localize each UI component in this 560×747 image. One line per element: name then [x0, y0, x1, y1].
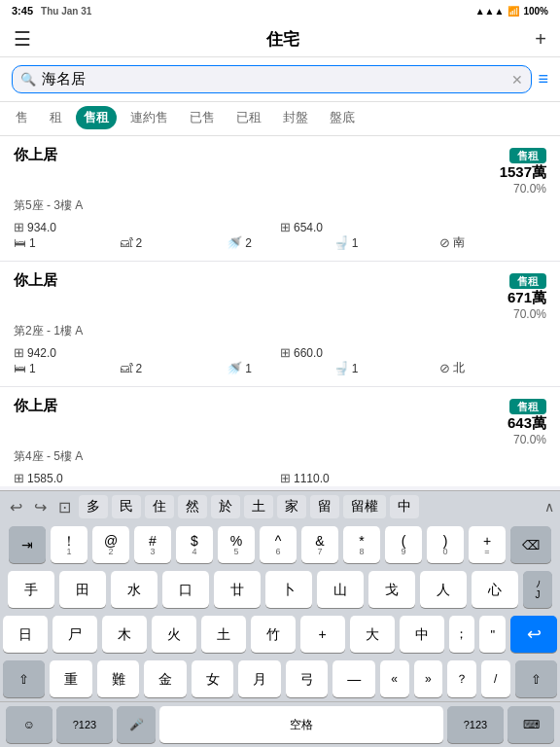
candidate-民[interactable]: 民: [112, 495, 141, 518]
kb-key-心[interactable]: 心: [472, 571, 518, 608]
candidate-多[interactable]: 多: [79, 495, 108, 518]
kb-key-semicolon[interactable]: ；: [449, 616, 475, 653]
kb-shift-key[interactable]: ⇧: [3, 660, 45, 697]
shift-right-icon: ⇧: [531, 672, 542, 687]
menu-button[interactable]: ☰: [14, 27, 31, 51]
kb-row1: 手 田 水 口 廿 卜 山 戈 人 心 ﾉJ: [0, 567, 560, 612]
kb-key-日[interactable]: 日: [3, 616, 48, 653]
undo-icon[interactable]: ↩: [6, 496, 26, 518]
kb-key-土[interactable]: 土: [201, 616, 246, 653]
status-icons: ▲▲▲ 📶 100%: [475, 6, 548, 17]
search-input-wrapper[interactable]: 🔍 ✕: [12, 65, 532, 93]
kb-key-中[interactable]: 中: [400, 616, 444, 653]
kb-key-right-j[interactable]: ﾉJ: [523, 571, 552, 608]
kb-key-卜[interactable]: 卜: [265, 571, 312, 608]
property-card[interactable]: 你上居 售租 643萬 70.0% 第4座 - 5樓 A ⊞ 1585.0 ⊞ …: [0, 387, 560, 486]
kb-key-山[interactable]: 山: [317, 571, 364, 608]
tab-sell[interactable]: 售: [8, 106, 36, 129]
kb-key-人[interactable]: 人: [420, 571, 467, 608]
kb-num-key2[interactable]: ?123: [447, 706, 504, 743]
filter-tabs: 售 租 售租 連約售 已售 已租 封盤 盤底: [0, 102, 560, 136]
kb-key-quote[interactable]: ": [479, 616, 506, 653]
redo-icon[interactable]: ↪: [30, 496, 51, 518]
kb-key-3[interactable]: # 3: [134, 526, 171, 563]
kb-key-2[interactable]: @ 2: [92, 526, 129, 563]
kb-key-水[interactable]: 水: [111, 571, 158, 608]
baths-value-0: 2: [245, 236, 252, 250]
kb-key-女[interactable]: 女: [192, 660, 233, 697]
kb-key-竹[interactable]: 竹: [251, 616, 296, 653]
kb-mic-key[interactable]: 🎤: [117, 706, 156, 743]
kb-key-木[interactable]: 木: [102, 616, 147, 653]
kb-key-4[interactable]: $ 4: [176, 526, 213, 563]
kb-key-dash[interactable]: —: [332, 660, 374, 697]
delete-icon: ⌫: [522, 538, 540, 552]
kb-key-月[interactable]: 月: [238, 660, 280, 697]
candidate-於[interactable]: 於: [211, 495, 240, 518]
kb-key-rquote[interactable]: »: [414, 660, 443, 697]
candidate-中[interactable]: 中: [390, 495, 419, 518]
candidate-留權[interactable]: 留權: [343, 495, 386, 518]
kb-key-tab[interactable]: ⇥: [9, 526, 46, 563]
candidate-家[interactable]: 家: [277, 495, 306, 518]
kb-key-8[interactable]: * 8: [343, 526, 380, 563]
kb-shift-right-key[interactable]: ⇧: [515, 660, 557, 697]
tab-sell-rent[interactable]: 售租: [76, 106, 117, 129]
tab-icon: ⇥: [21, 538, 33, 551]
tab-bottom[interactable]: 盤底: [322, 106, 363, 129]
candidate-然[interactable]: 然: [178, 495, 207, 518]
kb-key-1[interactable]: ！ 1: [51, 526, 88, 563]
add-button[interactable]: +: [535, 28, 546, 51]
tab-sealed[interactable]: 封盤: [275, 106, 316, 129]
property-card[interactable]: 你上居 售租 671萬 70.0% 第2座 - 1樓 A ⊞ 942.0 ⊞ 6…: [0, 262, 560, 387]
kb-key-廿[interactable]: 廿: [214, 571, 261, 608]
spec-direction-2: ⊘ 南: [439, 485, 546, 486]
tab-rent[interactable]: 租: [42, 106, 70, 129]
kb-enter-key[interactable]: ↩: [510, 616, 557, 653]
kb-key-lquote[interactable]: «: [380, 660, 409, 697]
kb-key-金[interactable]: 金: [144, 660, 186, 697]
kb-key-尸[interactable]: 尸: [52, 616, 97, 653]
kb-key-田[interactable]: 田: [59, 571, 106, 608]
kb-key-plus2[interactable]: +: [300, 616, 345, 653]
property-name-1: 你上居: [14, 271, 57, 290]
kb-keyboard-key[interactable]: ⌨: [508, 706, 554, 743]
search-input[interactable]: [42, 71, 506, 88]
beds-value-0: 1: [29, 236, 36, 250]
kb-key-火[interactable]: 火: [152, 616, 196, 653]
kb-key-slash[interactable]: /: [481, 660, 510, 697]
kb-key-0[interactable]: ) 0: [427, 526, 464, 563]
kb-key-口[interactable]: 口: [162, 571, 209, 608]
kb-key-6[interactable]: ^ 6: [260, 526, 297, 563]
kb-key-question[interactable]: ？: [447, 660, 476, 697]
kb-key-重[interactable]: 重: [50, 660, 91, 697]
kb-key-大[interactable]: 大: [350, 616, 395, 653]
candidate-住[interactable]: 住: [145, 495, 174, 518]
kb-key-plus[interactable]: + =: [469, 526, 506, 563]
kb-key-戈[interactable]: 戈: [368, 571, 415, 608]
kb-key-難[interactable]: 難: [97, 660, 139, 697]
kb-key-5[interactable]: % 5: [218, 526, 255, 563]
tab-sold[interactable]: 已售: [182, 106, 223, 129]
filter-icon[interactable]: ≡: [538, 69, 548, 89]
tab-rented[interactable]: 已租: [228, 106, 269, 129]
kb-space-key[interactable]: 空格: [159, 706, 443, 743]
kb-emoji-key[interactable]: ☺: [6, 706, 52, 743]
property-card[interactable]: 你上居 售租 1537萬 70.0% 第5座 - 3樓 A ⊞ 934.0 ⊞ …: [0, 136, 560, 262]
kb-key-9[interactable]: ( 9: [385, 526, 422, 563]
kb-key-弓[interactable]: 弓: [286, 660, 328, 697]
area1-value-0: 934.0: [27, 221, 56, 234]
spec-area2-2: ⊞ 1110.0: [280, 471, 546, 485]
kb-key-7[interactable]: & 7: [301, 526, 338, 563]
kb-delete-key[interactable]: ⌫: [510, 526, 551, 563]
tab-contract-sell[interactable]: 連約售: [122, 106, 176, 129]
search-clear-icon[interactable]: ✕: [511, 72, 523, 88]
direction-value-2: 南: [453, 485, 465, 486]
kb-num-key[interactable]: ?123: [56, 706, 113, 743]
candidate-留[interactable]: 留: [310, 495, 339, 518]
candidate-expand-icon[interactable]: ∧: [544, 499, 554, 515]
keyboard-icon: ⌨: [523, 718, 540, 731]
clipboard-icon[interactable]: ⊡: [54, 496, 75, 518]
candidate-土[interactable]: 土: [244, 495, 273, 518]
kb-key-手[interactable]: 手: [8, 571, 54, 608]
